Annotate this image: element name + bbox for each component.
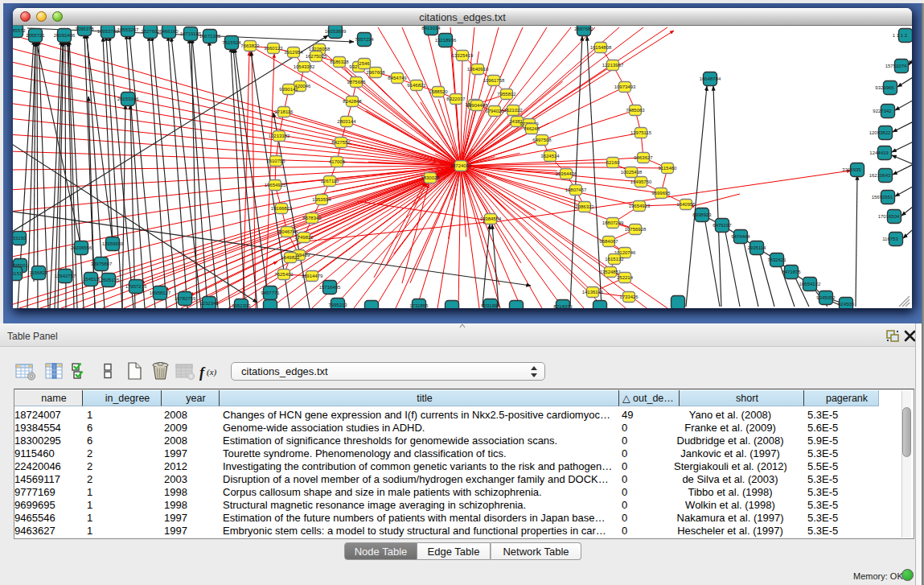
- svg-text:154513: 154513: [83, 277, 100, 282]
- svg-text:16648784: 16648784: [700, 76, 721, 81]
- svg-text:20364436: 20364436: [556, 171, 577, 176]
- svg-text:10654122: 10654122: [799, 282, 821, 286]
- svg-text:1095378: 1095378: [75, 27, 94, 31]
- svg-text:9031996: 9031996: [481, 303, 500, 308]
- svg-text:116753: 116753: [882, 237, 898, 241]
- svg-text:18807249: 18807249: [602, 220, 624, 225]
- svg-text:8242848: 8242848: [343, 99, 362, 104]
- svg-text:13325419: 13325419: [452, 53, 474, 58]
- svg-text:17016504: 17016504: [878, 214, 900, 219]
- svg-text:7485063: 7485063: [626, 108, 645, 113]
- svg-text:9463627: 9463627: [634, 155, 653, 160]
- svg-text:2055721: 2055721: [26, 33, 45, 38]
- svg-text:10807457: 10807457: [565, 187, 587, 192]
- svg-text:7357234: 7357234: [355, 37, 374, 42]
- svg-text:9474444: 9474444: [731, 234, 750, 239]
- svg-text:1052303: 1052303: [232, 303, 251, 308]
- svg-text:10973493: 10973493: [614, 84, 636, 89]
- svg-text:10961758: 10961758: [483, 78, 505, 83]
- svg-text:16914479: 16914479: [302, 274, 323, 278]
- svg-text:1232346: 1232346: [199, 301, 219, 306]
- svg-text:8186328: 8186328: [330, 60, 349, 64]
- svg-text:8578342: 8578342: [302, 216, 322, 220]
- svg-text:16053809: 16053809: [325, 29, 347, 34]
- svg-text:19384554: 19384554: [480, 216, 502, 221]
- svg-text:2086322: 2086322: [575, 204, 594, 209]
- svg-text:9457771: 9457771: [261, 290, 280, 295]
- svg-text:8322037: 8322037: [446, 97, 466, 101]
- svg-text:10553267: 10553267: [117, 27, 139, 32]
- svg-text:12093822: 12093822: [869, 130, 891, 135]
- svg-text:9684067: 9684067: [599, 239, 618, 244]
- svg-text:2546: 2546: [359, 61, 370, 66]
- svg-text:6466160: 6466160: [159, 29, 179, 34]
- svg-text:924505: 924505: [838, 302, 855, 307]
- svg-text:1353594: 1353594: [312, 197, 331, 202]
- svg-text:9329965: 9329965: [875, 85, 894, 90]
- svg-text:7955812: 7955812: [497, 92, 516, 97]
- svg-text:13640910: 13640910: [467, 67, 489, 72]
- svg-text:1649822: 1649822: [281, 255, 300, 260]
- svg-text:8427552: 8427552: [331, 140, 351, 145]
- svg-text:7663822: 7663822: [240, 43, 260, 48]
- svg-text:16154808: 16154808: [590, 45, 612, 50]
- svg-text:2967608: 2967608: [366, 70, 385, 75]
- svg-text:12213382: 12213382: [269, 134, 290, 138]
- svg-text:7515524: 7515524: [222, 40, 241, 45]
- svg-text:8413014: 8413014: [421, 26, 441, 31]
- svg-text:19166822: 19166822: [271, 206, 293, 211]
- svg-text:1733426: 1733426: [619, 295, 639, 299]
- svg-text:3215935: 3215935: [842, 167, 861, 172]
- svg-text:7995213: 7995213: [328, 303, 347, 307]
- svg-text:15716485: 15716485: [319, 285, 341, 290]
- svg-text:15751074: 15751074: [885, 64, 907, 68]
- svg-text:17957275: 17957275: [125, 284, 147, 289]
- svg-text:2687682: 2687682: [574, 27, 593, 31]
- svg-text:1156829: 1156829: [30, 270, 49, 275]
- svg-text:15692951: 15692951: [872, 195, 893, 200]
- svg-text:33975867: 33975867: [91, 262, 113, 266]
- svg-text:9245052: 9245052: [816, 295, 836, 300]
- svg-text:6479197: 6479197: [713, 223, 732, 228]
- svg-text:9390142: 9390142: [279, 87, 298, 92]
- svg-text:19904448: 19904448: [466, 103, 488, 108]
- svg-text:1244419: 1244419: [869, 150, 889, 155]
- svg-text:1830025: 1830025: [421, 175, 440, 180]
- svg-text:2718116: 2718116: [275, 109, 294, 114]
- svg-text:(x): (x): [207, 367, 217, 377]
- svg-text:6794028: 6794028: [485, 109, 504, 113]
- svg-text:16210643: 16210643: [869, 173, 891, 178]
- svg-text:12959959: 12959959: [102, 241, 124, 246]
- svg-text:8938923: 8938923: [692, 212, 712, 217]
- svg-text:16671385: 16671385: [199, 34, 221, 39]
- svg-text:16275025: 16275025: [306, 54, 327, 59]
- svg-text:1640955: 1640955: [676, 202, 696, 207]
- svg-text:9699695: 9699695: [651, 191, 671, 196]
- svg-text:19654923: 19654923: [629, 204, 651, 208]
- svg-text:10543382: 10543382: [294, 64, 315, 69]
- svg-text:10953789: 10953789: [97, 29, 119, 34]
- svg-text:417006: 417006: [329, 159, 346, 164]
- svg-text:8214079: 8214079: [553, 304, 573, 308]
- svg-text:8471875: 8471875: [782, 270, 801, 274]
- svg-text:9115460: 9115460: [659, 166, 678, 171]
- svg-text:12505135: 12505135: [98, 278, 120, 282]
- svg-text:1732855: 1732855: [409, 303, 429, 308]
- svg-text:9227342: 9227342: [873, 109, 892, 113]
- svg-text:10025438: 10025438: [621, 170, 643, 175]
- svg-text:10958127: 10958127: [150, 290, 171, 295]
- svg-text:10756928: 10756928: [625, 227, 647, 232]
- svg-text:20091406: 20091406: [54, 33, 76, 38]
- svg-text:3875685: 3875685: [347, 80, 366, 84]
- svg-text:7632621: 7632621: [767, 257, 786, 262]
- svg-text:18724007: 18724007: [450, 163, 472, 168]
- svg-text:14136141: 14136141: [582, 290, 604, 295]
- svg-text:2935114: 2935114: [748, 245, 767, 250]
- svg-text:2803144: 2803144: [337, 119, 356, 124]
- svg-text:15046746: 15046746: [277, 229, 298, 234]
- svg-text:1621022: 1621022: [503, 108, 523, 113]
- svg-text:62160: 62160: [606, 160, 620, 165]
- svg-text:2085572: 2085572: [13, 28, 26, 33]
- svg-text:1 1 1 2: 1 1 1 2: [893, 33, 908, 38]
- svg-text:13218936: 13218936: [435, 38, 457, 43]
